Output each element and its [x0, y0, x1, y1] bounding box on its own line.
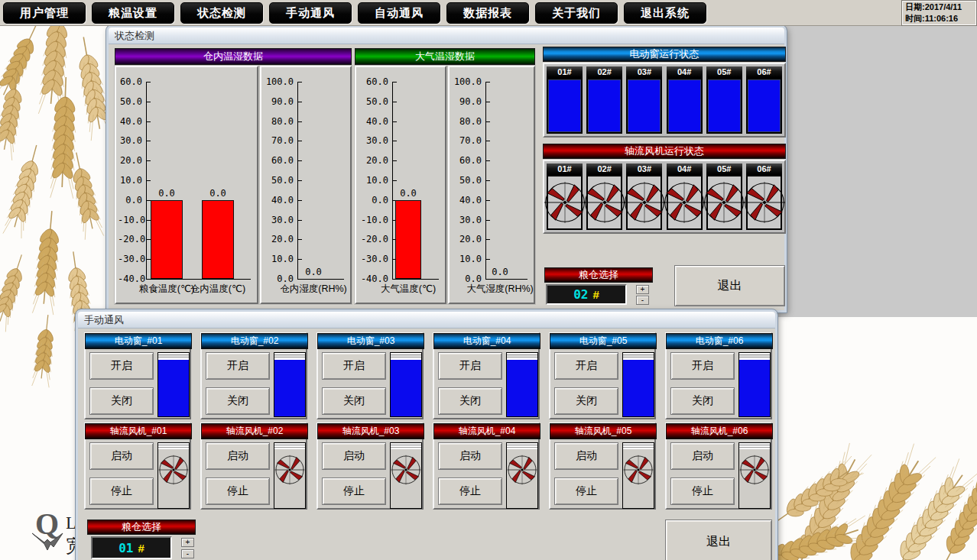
axis-tick-mark [147, 160, 151, 161]
exit-button[interactable]: 退出 [665, 520, 772, 560]
window-close-button[interactable]: 关闭 [670, 387, 735, 415]
axis-tick-mark [393, 141, 397, 141]
fan-start-button[interactable]: 启动 [670, 442, 735, 470]
window-open-button[interactable]: 开启 [89, 352, 154, 380]
fan-icon [743, 181, 786, 224]
window-close-button[interactable]: 关闭 [554, 387, 618, 415]
window-status-panel: 01#02#03#04#05#06# [543, 63, 786, 138]
fan-panel-1: 轴流风机_#01启动停止 [84, 422, 191, 510]
window-open-button[interactable]: 开启 [438, 352, 502, 380]
menu-item-2[interactable]: 粮温设置 [92, 2, 174, 24]
bin-select-header: 粮仓选择 [87, 520, 196, 535]
window-close-button[interactable]: 关闭 [89, 387, 154, 415]
fan-stop-button[interactable]: 停止 [322, 477, 386, 505]
fan-stop-button[interactable]: 停止 [89, 477, 154, 505]
chart-bar-value: 0.0 [200, 188, 236, 199]
axis-tick-mark [393, 279, 397, 280]
axis-tick-label: 50.0 [263, 174, 294, 186]
bin-select-decrement-button[interactable]: - [636, 296, 649, 305]
window-status-cell-label: 02# [586, 66, 622, 77]
fan-start-button[interactable]: 启动 [554, 442, 618, 470]
fan-start-button[interactable]: 启动 [89, 442, 154, 470]
window-open-button[interactable]: 开启 [554, 352, 618, 380]
menu-item-3[interactable]: 状态检测 [180, 2, 263, 24]
bin-select-hash: # [592, 288, 599, 301]
fan-start-button[interactable]: 启动 [322, 442, 386, 470]
axis-tick-mark [298, 220, 302, 221]
window-panel-4: 电动窗_#04开启关闭 [433, 332, 540, 419]
axis-tick-label: 50.0 [358, 95, 388, 108]
window-panel-header: 电动窗_#05 [550, 333, 657, 349]
axis-tick-mark [147, 82, 151, 83]
fan-start-button[interactable]: 启动 [206, 442, 270, 470]
axis-tick-label: 20.0 [118, 154, 142, 167]
menu-item-4[interactable]: 手动通风 [269, 2, 352, 24]
bin-select-decrement-button[interactable]: - [181, 549, 194, 558]
axis-tick-label: 40.0 [451, 194, 482, 206]
menu-item-7[interactable]: 关于我们 [535, 2, 618, 24]
chart-category-label: 大气温度(℃) [362, 283, 454, 296]
axis-tick-mark [486, 180, 490, 181]
top-menu-bar: 用户管理粮温设置状态检测手动通风自动通风数据报表关于我们退出系统 日期:2017… [0, 0, 977, 26]
indicator-shade [507, 353, 537, 360]
fan-status-cell: 05# [706, 163, 742, 230]
menu-item-1[interactable]: 用户管理 [3, 2, 86, 24]
axis-tick-label: 70.0 [451, 134, 482, 147]
fan-shade [158, 443, 189, 449]
manual-ventilation-window: 手动通风 粮仓选择 01 # + - 退出 电动窗_#01开启关闭电动窗_#02… [76, 309, 777, 560]
bin-select-display[interactable]: 01 # [91, 536, 172, 559]
bin-select-display[interactable]: 02 # [546, 284, 627, 305]
axis-tick-mark [486, 279, 490, 280]
status-window-titlebar[interactable]: 状态检测 [109, 28, 784, 44]
bin-select-increment-button[interactable]: + [181, 538, 194, 547]
axis-tick-mark [298, 180, 302, 181]
fan-status-body [547, 176, 582, 229]
fan-stop-button[interactable]: 停止 [670, 477, 735, 505]
menu-item-8[interactable]: 退出系统 [624, 2, 706, 24]
fan-status-panel: 01# 02# 03# 04# 05# 06# [543, 160, 786, 234]
fan-status-cell-label: 06# [746, 163, 782, 174]
axis-tick-label: 40.0 [118, 115, 142, 128]
window-close-button[interactable]: 关闭 [322, 387, 386, 415]
window-open-indicator [157, 352, 190, 417]
window-close-button[interactable]: 关闭 [438, 387, 502, 415]
window-close-button[interactable]: 关闭 [206, 387, 270, 415]
axis-tick-label: 20.0 [451, 233, 482, 245]
manual-window-titlebar[interactable]: 手动通风 [78, 312, 775, 329]
window-open-indicator [738, 352, 771, 417]
indicator-shade [158, 353, 189, 360]
chart-category-label: 仓内湿度(RH%) [268, 283, 359, 296]
fan-status-cell: 03# [626, 163, 662, 230]
menu-item-5[interactable]: 自动通风 [358, 2, 440, 24]
fan-start-button[interactable]: 启动 [438, 442, 502, 470]
fan-status-body [747, 176, 781, 229]
axis-tick-mark [298, 121, 302, 122]
exit-button[interactable]: 退出 [674, 265, 785, 306]
fan-status-cell-label: 05# [706, 163, 742, 174]
axis-tick-mark [393, 82, 397, 83]
axis-tick-mark [486, 102, 490, 102]
fan-stop-button[interactable]: 停止 [206, 477, 270, 505]
axis-tick-label: 50.0 [118, 95, 142, 108]
window-open-button[interactable]: 开启 [322, 352, 386, 380]
axis-tick-mark [486, 200, 490, 201]
menu-item-6[interactable]: 数据报表 [446, 2, 529, 24]
window-open-button[interactable]: 开启 [206, 352, 270, 380]
fan-status-body [667, 176, 702, 229]
bin-select-increment-button[interactable]: + [636, 285, 649, 294]
status-window: 状态检测 仓内温湿数据 大气温湿数据 电动窗运行状态 01#02#03#04#0… [106, 25, 787, 312]
window-open-button[interactable]: 开启 [670, 352, 735, 380]
window-panel-6: 电动窗_#06开启关闭 [665, 332, 772, 419]
fan-panel-5: 轴流风机_#05启动停止 [549, 422, 656, 510]
chart-atmos-hum: 100.090.080.070.060.050.040.030.020.010.… [448, 66, 535, 304]
window-open-indicator [274, 352, 306, 417]
window-status-cell-label: 03# [626, 66, 662, 77]
fan-icon [703, 181, 745, 224]
axis-tick-mark [486, 239, 490, 240]
fan-stop-button[interactable]: 停止 [554, 477, 618, 505]
axis-tick-label: 60.0 [118, 76, 142, 88]
window-status-cell-label: 06# [746, 66, 782, 77]
chart-category-label: 大气湿度(RH%) [454, 283, 546, 296]
window-status-cell: 06# [746, 66, 782, 134]
fan-stop-button[interactable]: 停止 [438, 477, 502, 505]
